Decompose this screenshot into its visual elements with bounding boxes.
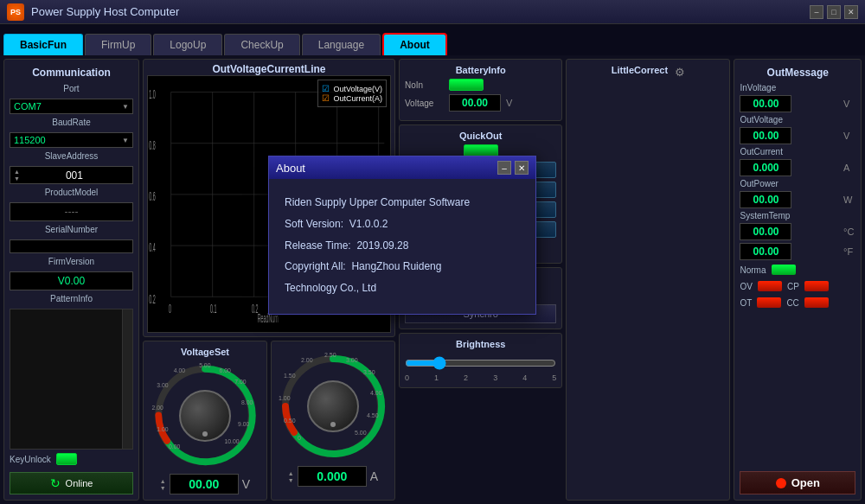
about-line3: Release Time: 2019.09.28 <box>285 236 520 256</box>
refresh-icon: ↻ <box>50 476 61 490</box>
involtage-row: 00.00 V <box>740 95 855 112</box>
svg-text:1.00: 1.00 <box>157 426 168 432</box>
slave-address-label: SlaveAddress <box>10 151 133 161</box>
title-bar: PS Power Supply Host Computer – □ ✕ <box>0 0 865 24</box>
release-time-label: Release Time: <box>285 239 351 252</box>
svg-text:1.0: 1.0 <box>149 87 155 101</box>
svg-text:4.50: 4.50 <box>367 412 379 418</box>
brightness-slider[interactable] <box>405 356 556 370</box>
involtage-label: InVoltage <box>740 83 855 93</box>
online-button[interactable]: ↻ Online <box>10 472 133 494</box>
outcurrent-unit: A <box>843 163 855 173</box>
tab-basicfun[interactable]: BasicFun <box>3 34 83 55</box>
current-down[interactable]: ▼ <box>288 477 294 483</box>
systemtemp-row-f: 00.00 °F <box>740 243 855 260</box>
svg-text:3.00: 3.00 <box>157 382 168 388</box>
about-dialog-buttons: – ✕ <box>497 161 529 175</box>
svg-text:4.00: 4.00 <box>174 367 185 373</box>
tab-checkup[interactable]: CheckUp <box>224 34 299 55</box>
about-minimize-button[interactable]: – <box>497 161 511 175</box>
voltage-knob[interactable]: 5.00 6.00 7.00 8.00 9.00 10.00 4.00 3.00… <box>149 360 261 470</box>
outcurrent-value: 0.000 <box>740 159 791 176</box>
voltage-up[interactable]: ▲ <box>160 478 166 484</box>
current-knob-center <box>307 380 359 432</box>
close-button[interactable]: ✕ <box>844 5 858 19</box>
key-unlock-led <box>56 453 77 465</box>
app-icon: PS <box>7 3 24 21</box>
norma-led <box>772 265 796 275</box>
controls-area: VoltageSet 5.00 6.00 7.00 8.00 <box>143 341 395 501</box>
slave-address-spinner[interactable]: ▲ ▼ 001 <box>10 166 133 184</box>
minimize-button[interactable]: – <box>810 5 823 19</box>
about-content: Riden Supply Upper Computer Software Sof… <box>269 179 535 314</box>
firm-version-label: FirmVersion <box>10 257 133 266</box>
left-panel: Communication Port COM7 ▼ BaudRate 11520… <box>3 59 139 501</box>
baudrate-label: BaudRate <box>10 118 133 127</box>
port-label: Port <box>10 84 133 93</box>
open-button[interactable]: Open <box>740 471 855 494</box>
ot-label: OT <box>740 298 752 308</box>
open-label: Open <box>791 476 820 489</box>
tab-firmup[interactable]: FirmUp <box>85 34 151 55</box>
tab-logoup[interactable]: LogoUp <box>153 34 222 55</box>
online-label: Online <box>66 478 93 488</box>
about-line1: Riden Supply Upper Computer Software <box>285 193 520 213</box>
release-time-value: 2019.09.28 <box>356 239 408 252</box>
outvoltage-value: 00.00 <box>740 127 791 144</box>
gear-icon[interactable]: ⚙ <box>675 66 685 79</box>
svg-text:9.00: 9.00 <box>238 421 249 427</box>
about-titlebar: About – ✕ <box>269 156 535 179</box>
ov-row: OV <box>740 281 781 291</box>
voltage-down[interactable]: ▼ <box>160 485 166 491</box>
svg-text:0.1: 0.1 <box>210 301 216 315</box>
right-panel: OutMessage InVoltage 00.00 V OutVoltage … <box>734 59 862 501</box>
product-model-value: ---- <box>10 202 133 221</box>
current-knob[interactable]: 2.50 3.00 3.50 4.00 4.50 5.00 2.00 1.50 … <box>277 350 389 463</box>
slave-address-down[interactable]: ▼ <box>14 175 20 182</box>
voltage-set-title: VoltageSet <box>181 347 229 357</box>
battery-voltage-row: Voltage 00.00 V <box>405 94 556 112</box>
cp-label: CP <box>787 282 799 291</box>
svg-text:5.00: 5.00 <box>199 362 210 368</box>
cc-label: CC <box>786 298 798 308</box>
brightness-panel: Brightness 0 1 2 3 4 5 <box>399 333 562 388</box>
noin-label: NoIn <box>405 80 444 90</box>
norma-row: Norma <box>740 265 855 275</box>
battery-noin-row: NoIn <box>405 79 556 91</box>
little-correct-panel: LittleCorrect ⚙ <box>566 59 730 501</box>
outpower-unit: W <box>843 195 855 205</box>
maximize-button[interactable]: □ <box>827 5 841 19</box>
tab-language[interactable]: Language <box>302 34 381 55</box>
voltage-set-panel: VoltageSet 5.00 6.00 7.00 8.00 <box>143 341 267 501</box>
ot-led <box>757 297 781 308</box>
soft-version-label: Soft Version: <box>285 218 343 230</box>
slave-address-up[interactable]: ▲ <box>14 169 20 175</box>
copyright-value: HangZhou Ruideng <box>351 260 441 272</box>
ov-label: OV <box>740 282 752 291</box>
outvoltage-unit: V <box>843 131 855 141</box>
ov-led <box>758 281 782 291</box>
battery-title: BatteryInfo <box>405 65 556 75</box>
svg-text:5.00: 5.00 <box>355 430 367 436</box>
about-line4: Copyright All: HangZhou Ruideng <box>285 257 520 277</box>
brightness-labels: 0 1 2 3 4 5 <box>405 373 556 382</box>
outpower-row: 00.00 W <box>740 191 855 208</box>
quickout-led <box>464 144 498 156</box>
svg-text:10.00: 10.00 <box>224 438 239 444</box>
current-up[interactable]: ▲ <box>288 470 294 476</box>
about-close-button[interactable]: ✕ <box>515 161 529 175</box>
outvoltage-row: 00.00 V <box>740 127 855 144</box>
current-set-panel: 2.50 3.00 3.50 4.00 4.50 5.00 2.00 1.50 … <box>271 341 395 501</box>
pattern-scrollbar[interactable] <box>122 309 132 449</box>
voltage-value[interactable]: 00.00 <box>170 474 239 494</box>
tab-about[interactable]: About <box>382 33 447 55</box>
systemtemp-value-f: 00.00 <box>740 243 791 260</box>
svg-text:7.00: 7.00 <box>234 379 246 385</box>
svg-text:0.4: 0.4 <box>149 240 155 254</box>
port-select[interactable]: COM7 ▼ <box>10 99 133 114</box>
current-value[interactable]: 0.000 <box>298 466 367 487</box>
baudrate-select[interactable]: 115200 ▼ <box>10 132 133 148</box>
norma-label: Norma <box>740 265 766 275</box>
tab-bar: BasicFun FirmUp LogoUp CheckUp Language … <box>0 24 865 55</box>
systemtemp-row-c: 00.00 °C <box>740 223 855 240</box>
